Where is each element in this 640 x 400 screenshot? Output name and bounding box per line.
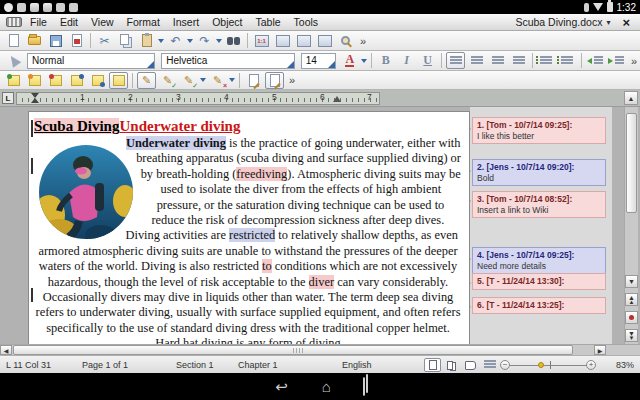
page-count[interactable]: Page 1 of 1 — [82, 360, 128, 370]
align-left-button[interactable] — [446, 52, 465, 69]
menu-insert[interactable]: Insert — [173, 16, 199, 28]
undo-button[interactable]: ↶ — [166, 32, 185, 49]
italic-button[interactable]: I — [397, 52, 416, 69]
scroll-right-button[interactable]: ▶ — [594, 345, 606, 355]
horizontal-scrollbar[interactable]: ◀ ▶ — [0, 344, 640, 355]
horizontal-scrollbar-thumb[interactable] — [13, 345, 573, 355]
increase-indent-button[interactable] — [607, 52, 626, 69]
single-page-view-button[interactable] — [424, 358, 441, 372]
multi-page-view-button[interactable] — [443, 358, 460, 372]
accept-change-button[interactable]: ✎✓ — [158, 72, 177, 89]
close-document-button[interactable]: × — [622, 15, 630, 30]
track-changes-toggle[interactable]: ✎ — [137, 72, 156, 89]
right-indent-marker[interactable] — [333, 96, 341, 102]
reject-dropdown-icon[interactable] — [229, 78, 235, 82]
previous-note-button[interactable] — [67, 72, 86, 89]
font-name-combobox[interactable]: Helvetica — [161, 53, 295, 69]
paragraph-2[interactable]: Diving activities are restricted to rela… — [34, 228, 462, 344]
toolbar-overflow-button[interactable]: » — [360, 35, 366, 47]
vertical-scrollbar-thumb[interactable] — [626, 113, 637, 213]
scuba-diver-photo[interactable] — [39, 145, 133, 239]
next-page-button[interactable]: ▼▼ — [625, 329, 638, 342]
menu-tools[interactable]: Tools — [294, 16, 319, 28]
comment-6[interactable]: 6. [T - 11/24/14 13:25]: — [472, 297, 606, 314]
paste-dropdown-icon[interactable] — [158, 39, 164, 43]
comment-3[interactable]: 3. [Tom - 10/7/14 08:52]: Insert a link … — [472, 191, 606, 218]
copy-button[interactable] — [116, 32, 135, 49]
scroll-left-button[interactable]: ◀ — [0, 345, 12, 355]
zoom-page-width-button[interactable] — [273, 32, 292, 49]
reject-change-button[interactable]: ✎× — [208, 72, 227, 89]
navigation-button[interactable] — [625, 311, 638, 324]
document-switcher-dropdown-icon[interactable]: ▾ — [606, 18, 610, 27]
menu-object[interactable]: Object — [212, 16, 242, 28]
align-center-button[interactable] — [467, 52, 486, 69]
next-note-button[interactable] — [88, 72, 107, 89]
zoom-100-button[interactable]: 1:1 — [252, 32, 271, 49]
comment-2[interactable]: 2. [Jens - 10/7/14 09:20]: Bold — [472, 159, 606, 186]
accept-all-changes-button[interactable]: ✎✓ — [179, 72, 198, 89]
export-pdf-button[interactable] — [67, 32, 86, 49]
bullet-list-button[interactable] — [537, 52, 556, 69]
open-button[interactable] — [25, 32, 44, 49]
numbered-list-button[interactable] — [558, 52, 577, 69]
decrease-indent-button[interactable] — [586, 52, 605, 69]
menu-table[interactable]: Table — [255, 16, 280, 28]
font-color-dropdown-icon[interactable] — [361, 59, 367, 63]
document-heading[interactable]: Scuba DivingUnderwater diving — [34, 117, 462, 136]
protect-changes-toggle[interactable] — [265, 72, 284, 89]
cursor-position[interactable]: L 11 Col 31 — [6, 360, 51, 370]
scroll-up-button[interactable]: ▲ — [624, 91, 638, 105]
align-right-button[interactable] — [488, 52, 507, 69]
cut-button[interactable]: ✂ — [95, 32, 114, 49]
show-notes-toggle[interactable] — [109, 72, 128, 89]
zoom-percentage[interactable]: 83% — [616, 360, 634, 370]
underline-button[interactable]: U — [418, 52, 437, 69]
document-title[interactable]: Scuba Diving.docx — [515, 16, 602, 28]
undo-dropdown-icon[interactable] — [187, 39, 193, 43]
tab-stop-selector[interactable]: L — [2, 92, 14, 104]
menu-edit[interactable]: Edit — [60, 16, 78, 28]
indent-marker[interactable] — [31, 93, 39, 98]
section-indicator[interactable]: Section 1 — [176, 360, 214, 370]
redo-dropdown-icon[interactable] — [216, 39, 222, 43]
vertical-scrollbar[interactable]: ▼ ▲▲ ▼▼ — [624, 107, 638, 344]
keyboard-icon[interactable] — [6, 17, 22, 27]
font-color-button[interactable]: A — [340, 52, 359, 69]
save-button[interactable] — [46, 32, 65, 49]
comment-5[interactable]: 5. [T - 11/24/14 13:30]: — [472, 273, 606, 290]
zoom-slider-handle[interactable] — [538, 362, 544, 368]
zoom-two-pages-button[interactable] — [315, 32, 334, 49]
paragraph-style-combobox[interactable]: Normal — [27, 53, 155, 69]
edit-note-button[interactable] — [25, 72, 44, 89]
paragraph-1[interactable]: Underwater diving is the practice of goi… — [34, 136, 462, 228]
zoom-out-button[interactable]: − — [500, 360, 510, 370]
insert-note-button[interactable] — [4, 72, 23, 89]
accept-dropdown-icon[interactable] — [200, 78, 206, 82]
paste-button[interactable] — [137, 32, 156, 49]
home-button[interactable]: ⌂ — [322, 379, 331, 394]
zoom-in-button[interactable]: + — [586, 360, 596, 370]
edit-document-button[interactable] — [244, 72, 263, 89]
menu-view[interactable]: View — [91, 16, 114, 28]
toolbar-overflow-button[interactable]: » — [631, 55, 637, 67]
language-indicator[interactable]: English — [342, 360, 372, 370]
find-replace-button[interactable] — [224, 32, 243, 49]
back-button[interactable]: ↩ — [275, 379, 288, 394]
document-page[interactable]: Scuba DivingUnderwater diving — [28, 111, 470, 344]
bold-button[interactable]: B — [376, 52, 395, 69]
web-view-button[interactable] — [481, 358, 498, 372]
scroll-down-button[interactable]: ▼ — [625, 275, 638, 288]
chapter-indicator[interactable]: Chapter 1 — [238, 360, 278, 370]
delete-note-button[interactable] — [46, 72, 65, 89]
align-justify-button[interactable] — [509, 52, 528, 69]
new-document-button[interactable] — [4, 32, 23, 49]
comment-1[interactable]: 1. [Tom - 10/7/14 09:25]: I like this be… — [472, 117, 606, 144]
zoom-slider[interactable]: − + — [500, 359, 596, 371]
comment-4[interactable]: 4. [Jens - 10/7/14 09:25]: Need more det… — [472, 247, 606, 274]
selection-cursor-button[interactable] — [4, 52, 23, 69]
menu-file[interactable]: File — [30, 16, 47, 28]
zoom-entire-page-button[interactable] — [294, 32, 313, 49]
font-size-combobox[interactable]: 14 — [301, 53, 336, 69]
toolbar-overflow-button[interactable]: » — [289, 74, 295, 86]
